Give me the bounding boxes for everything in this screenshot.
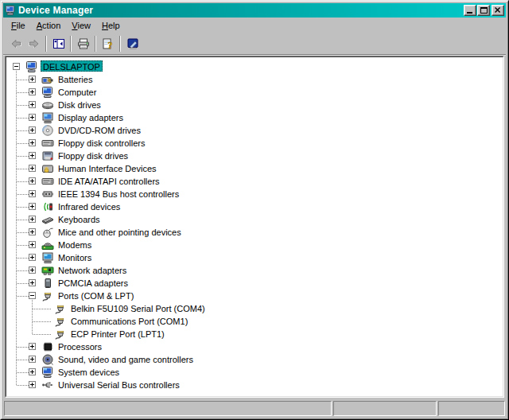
- tree-item-label[interactable]: Communications Port (COM1): [69, 316, 189, 327]
- tree-item-label[interactable]: Display adapters: [56, 112, 125, 123]
- tree-item-label[interactable]: Ports (COM & LPT): [56, 290, 135, 301]
- tree-item-label[interactable]: ECP Printer Port (LPT1): [69, 329, 166, 340]
- status-bar: [3, 399, 506, 417]
- tree-item-label[interactable]: Keyboards: [56, 214, 102, 225]
- tree-item-label[interactable]: IEEE 1394 Bus host controllers: [56, 189, 181, 200]
- expand-toggle[interactable]: [29, 139, 36, 146]
- tree-item[interactable]: Floppy disk drives: [6, 150, 503, 162]
- tree-item-label[interactable]: Floppy disk controllers: [56, 138, 146, 149]
- tree-item[interactable]: Display adapters: [6, 111, 503, 124]
- tree-item-label[interactable]: System devices: [56, 367, 121, 378]
- tree-item[interactable]: Ports (COM & LPT): [6, 290, 503, 302]
- tree-item[interactable]: Modems: [6, 239, 503, 251]
- expand-toggle[interactable]: [13, 63, 20, 70]
- tree-item-label[interactable]: Infrared devices: [56, 201, 122, 212]
- tree-item-label[interactable]: Disk drives: [56, 99, 103, 111]
- tree-item-label[interactable]: Computer: [56, 87, 98, 98]
- tree-item-label[interactable]: Modems: [56, 239, 93, 251]
- expand-toggle[interactable]: [29, 152, 36, 159]
- expand-toggle[interactable]: [29, 381, 36, 388]
- tree-item[interactable]: DVD/CD-ROM drives: [6, 124, 503, 137]
- tree-item[interactable]: Universal Serial Bus controllers: [6, 379, 503, 391]
- minimize-button[interactable]: [464, 5, 476, 16]
- tree-item-label[interactable]: Mice and other pointing devices: [56, 227, 183, 238]
- back-button[interactable]: [6, 35, 25, 52]
- tree-item[interactable]: Network adapters: [6, 264, 503, 277]
- monitor-icon: [41, 251, 54, 264]
- expand-toggle[interactable]: [29, 266, 36, 274]
- window-title: Device Manager: [18, 5, 464, 16]
- menu-item-action[interactable]: Action: [32, 19, 66, 32]
- help-topics-button[interactable]: ?: [99, 35, 117, 52]
- menu-item-view[interactable]: View: [67, 19, 95, 32]
- tree-item-label[interactable]: Monitors: [56, 252, 93, 263]
- expand-toggle[interactable]: [29, 241, 36, 248]
- tree-item-label[interactable]: Floppy disk drives: [56, 150, 130, 161]
- tree-item[interactable]: Sound, video and game controllers: [6, 353, 503, 366]
- usb-icon: [41, 379, 54, 391]
- tree-item[interactable]: Infrared devices: [6, 200, 503, 213]
- tree-item[interactable]: Human Interface Devices: [6, 162, 503, 175]
- tree-item-label[interactable]: DELSLAPTOP: [41, 60, 103, 72]
- toolbar-separator: [45, 36, 47, 52]
- tree-item[interactable]: Mice and other pointing devices: [6, 226, 503, 239]
- computer-icon: [25, 60, 38, 73]
- expand-toggle[interactable]: [29, 343, 36, 350]
- tree-item[interactable]: IDE ATA/ATAPI controllers: [6, 175, 503, 188]
- tree-item-label[interactable]: Batteries: [56, 74, 94, 85]
- expand-toggle[interactable]: [29, 292, 36, 299]
- tree-item[interactable]: Monitors: [6, 251, 503, 264]
- menu-item-help[interactable]: Help: [97, 19, 125, 32]
- expand-toggle[interactable]: [29, 368, 36, 375]
- tree-item[interactable]: DELSLAPTOP: [6, 60, 503, 73]
- tree-item-label[interactable]: PCMCIA adapters: [56, 278, 130, 289]
- forward-button[interactable]: [25, 35, 43, 52]
- tree-item[interactable]: Keyboards: [6, 213, 503, 226]
- expand-toggle[interactable]: [29, 165, 36, 172]
- expand-toggle[interactable]: [29, 114, 36, 121]
- tree-view[interactable]: DELSLAPTOPBatteriesComputerDisk drivesDi…: [6, 56, 503, 397]
- expand-toggle[interactable]: [29, 126, 36, 134]
- properties-icon: [126, 37, 139, 50]
- tree-item-label[interactable]: IDE ATA/ATAPI controllers: [56, 176, 161, 187]
- tree-item[interactable]: Floppy disk controllers: [6, 137, 503, 150]
- expand-toggle[interactable]: [29, 216, 36, 223]
- tree-item[interactable]: Disk drives: [6, 99, 503, 111]
- menu-item-file[interactable]: File: [6, 19, 30, 32]
- tree-item[interactable]: System devices: [6, 366, 503, 379]
- expand-toggle[interactable]: [29, 101, 36, 108]
- expand-toggle[interactable]: [29, 76, 36, 83]
- tree-connector: [17, 181, 29, 182]
- expand-toggle[interactable]: [29, 254, 36, 261]
- maximize-button[interactable]: [477, 5, 490, 16]
- tree-item[interactable]: Computer: [6, 86, 503, 99]
- tree-item[interactable]: PCMCIA adapters: [6, 277, 503, 290]
- expand-toggle[interactable]: [29, 203, 36, 210]
- tree-item-label[interactable]: DVD/CD-ROM drives: [56, 125, 142, 136]
- show-hide-console-tree-button[interactable]: [49, 35, 68, 52]
- tree-item-label[interactable]: Network adapters: [56, 265, 128, 276]
- tree-item-label[interactable]: Processors: [56, 341, 103, 352]
- expand-toggle[interactable]: [29, 190, 36, 197]
- status-panel: [4, 401, 332, 416]
- tree-item-label[interactable]: Sound, video and game controllers: [56, 354, 195, 365]
- tree-item[interactable]: IEEE 1394 Bus host controllers: [6, 188, 503, 200]
- expand-toggle[interactable]: [29, 88, 36, 95]
- expand-toggle[interactable]: [29, 356, 36, 363]
- window-frame: Device Manager FileActionViewHelp ? DELS…: [1, 1, 508, 419]
- tree-item[interactable]: Belkin F5U109 Serial Port (COM4): [6, 302, 503, 315]
- tree-item-label[interactable]: Universal Serial Bus controllers: [56, 379, 181, 391]
- tree-item-label[interactable]: Belkin F5U109 Serial Port (COM4): [69, 303, 207, 314]
- tree-item[interactable]: Processors: [6, 340, 503, 353]
- tree-item[interactable]: ECP Printer Port (LPT1): [6, 328, 503, 340]
- expand-toggle[interactable]: [29, 279, 36, 286]
- print-button[interactable]: [74, 35, 92, 52]
- menu-bar: FileActionViewHelp: [3, 18, 506, 33]
- tree-item[interactable]: Communications Port (COM1): [6, 315, 503, 328]
- close-button[interactable]: [492, 5, 504, 16]
- expand-toggle[interactable]: [29, 228, 36, 235]
- expand-toggle[interactable]: [29, 177, 36, 185]
- tree-item[interactable]: Batteries: [6, 73, 503, 86]
- tree-item-label[interactable]: Human Interface Devices: [56, 163, 158, 174]
- properties-button[interactable]: [123, 35, 142, 52]
